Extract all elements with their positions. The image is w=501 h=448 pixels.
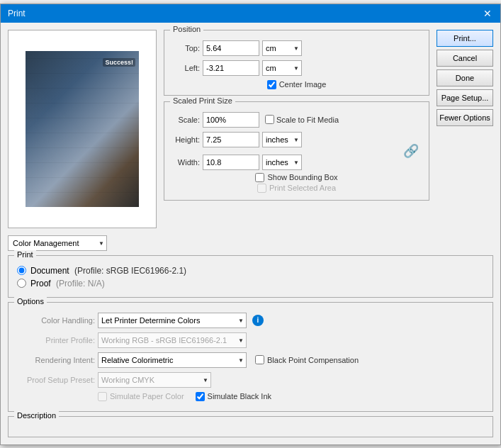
- printer-profile-wrapper: Working RGB - sRGB IEC61966-2.1: [98, 332, 247, 348]
- width-unit-wrapper: inches cm mm: [262, 155, 302, 170]
- color-handling-wrapper: Let Printer Determine Colors Photoshop M…: [98, 313, 247, 328]
- top-input[interactable]: [203, 40, 259, 56]
- center-image-checkbox[interactable]: [267, 80, 276, 89]
- left-input[interactable]: [203, 60, 259, 76]
- printer-profile-select[interactable]: Working RGB - sRGB IEC61966-2.1: [98, 332, 247, 348]
- right-panel: Print... Cancel Done Page Setup... Fewer…: [437, 30, 493, 228]
- dialog-body: Position Top: cm inches mm Left:: [1, 23, 500, 235]
- print-group: Print Document (Profile: sRGB IEC61966-2…: [8, 255, 493, 298]
- options-group: Options Color Handling: Let Printer Dete…: [8, 302, 493, 412]
- rendering-intent-label: Rendering Intent:: [17, 356, 95, 364]
- center-image-row: Center Image: [171, 80, 422, 89]
- preview-image: [26, 51, 139, 207]
- color-management-row: Color Management: [8, 235, 493, 251]
- rendering-intent-select[interactable]: Relative Colorimetric Perceptual Saturat…: [98, 352, 247, 368]
- scale-input[interactable]: [203, 112, 259, 128]
- height-row: Height: inches cm mm: [171, 132, 398, 147]
- document-radio-row: Document (Profile: sRGB IEC61966-2.1): [17, 266, 484, 276]
- scaled-print-size-title: Scaled Print Size: [170, 96, 235, 105]
- title-bar: Print ✕: [1, 4, 500, 23]
- width-unit-select[interactable]: inches cm mm: [262, 155, 302, 170]
- info-icon[interactable]: i: [252, 315, 264, 326]
- scale-to-fit-wrapper: Scale to Fit Media: [265, 115, 339, 124]
- description-group: Description: [8, 416, 493, 437]
- description-group-title: Description: [14, 411, 59, 420]
- scale-to-fit-label[interactable]: Scale to Fit Media: [276, 116, 339, 124]
- dialog-title: Print: [8, 9, 26, 18]
- scaled-print-size-group: Scaled Print Size Scale: Scale to Fit Me…: [164, 101, 429, 201]
- simulate-ink-checkbox[interactable]: [196, 392, 205, 401]
- top-unit-select[interactable]: cm inches mm: [262, 40, 302, 56]
- print-dialog: Print ✕ Position Top: cm inches: [0, 4, 501, 445]
- width-label: Width:: [171, 158, 200, 167]
- proof-setup-row: Proof Setup Preset: Working CMYK: [17, 372, 484, 388]
- scale-to-fit-checkbox[interactable]: [265, 115, 274, 124]
- proof-radio-label[interactable]: Proof (Profile: N/A): [30, 279, 105, 289]
- simulate-ink-label[interactable]: Simulate Black Ink: [208, 392, 271, 401]
- proof-setup-select[interactable]: Working CMYK: [98, 372, 211, 388]
- fewer-options-button[interactable]: Fewer Options: [437, 109, 493, 126]
- color-management-select[interactable]: Color Management: [8, 235, 107, 251]
- left-row: Left: cm inches mm: [171, 60, 422, 76]
- document-radio[interactable]: [17, 266, 26, 275]
- color-handling-label: Color Handling:: [17, 316, 95, 325]
- top-label: Top:: [171, 44, 200, 52]
- proof-setup-wrapper: Working CMYK: [98, 372, 211, 388]
- left-unit-select[interactable]: cm inches mm: [262, 60, 302, 76]
- position-group-title: Position: [170, 25, 203, 33]
- left-unit-wrapper: cm inches mm: [262, 60, 302, 76]
- show-bounding-box-label[interactable]: Show Bounding Box: [267, 173, 337, 181]
- black-point-label[interactable]: Black Point Compensation: [267, 356, 359, 364]
- left-label: Left:: [171, 64, 200, 72]
- color-handling-select[interactable]: Let Printer Determine Colors Photoshop M…: [98, 313, 247, 328]
- show-bounding-box-row: Show Bounding Box: [171, 173, 422, 182]
- page-setup-button[interactable]: Page Setup...: [437, 89, 493, 106]
- cancel-button[interactable]: Cancel: [437, 50, 493, 67]
- document-radio-label[interactable]: Document (Profile: sRGB IEC61966-2.1): [30, 266, 186, 276]
- options-group-title: Options: [14, 297, 47, 306]
- color-management-wrapper: Color Management: [8, 235, 107, 251]
- printer-profile-row: Printer Profile: Working RGB - sRGB IEC6…: [17, 332, 484, 348]
- close-button[interactable]: ✕: [482, 9, 493, 18]
- print-selected-area-checkbox[interactable]: [257, 184, 266, 193]
- height-input[interactable]: [203, 132, 259, 147]
- rendering-intent-row: Rendering Intent: Relative Colorimetric …: [17, 352, 484, 368]
- proof-radio[interactable]: [17, 279, 26, 288]
- top-row: Top: cm inches mm: [171, 40, 422, 56]
- printer-profile-label: Printer Profile:: [17, 336, 95, 345]
- print-selected-area-row: Print Selected Area: [171, 184, 422, 193]
- rendering-intent-wrapper: Relative Colorimetric Perceptual Saturat…: [98, 352, 247, 368]
- color-handling-row: Color Handling: Let Printer Determine Co…: [17, 313, 484, 328]
- middle-panel: Position Top: cm inches mm Left:: [164, 30, 429, 228]
- simulate-paper-label[interactable]: Simulate Paper Color: [110, 392, 184, 401]
- lock-icon: 🔗: [403, 132, 419, 170]
- print-button[interactable]: Print...: [437, 30, 493, 47]
- preview-box: [8, 30, 157, 228]
- height-unit-wrapper: inches cm mm: [262, 132, 302, 147]
- print-selected-area-label[interactable]: Print Selected Area: [269, 184, 336, 192]
- center-image-label[interactable]: Center Image: [279, 80, 327, 89]
- show-bounding-box-checkbox[interactable]: [255, 173, 264, 182]
- left-panel: [8, 30, 157, 228]
- simulate-row: Simulate Paper Color Simulate Black Ink: [98, 392, 484, 401]
- scale-label: Scale:: [171, 116, 200, 124]
- print-group-title: Print: [14, 250, 36, 259]
- height-label: Height:: [171, 135, 200, 144]
- black-point-checkbox[interactable]: [255, 355, 264, 364]
- done-button[interactable]: Done: [437, 69, 493, 86]
- simulate-paper-checkbox[interactable]: [98, 392, 107, 401]
- height-unit-select[interactable]: inches cm mm: [262, 132, 302, 147]
- proof-setup-label: Proof Setup Preset:: [17, 376, 95, 384]
- top-unit-wrapper: cm inches mm: [262, 40, 302, 56]
- width-row: Width: inches cm mm: [171, 155, 398, 170]
- bottom-section: Color Management Print Document (Profile…: [1, 235, 500, 444]
- proof-radio-row: Proof (Profile: N/A): [17, 279, 484, 289]
- position-group: Position Top: cm inches mm Left:: [164, 30, 429, 96]
- width-input[interactable]: [203, 155, 259, 170]
- scale-row: Scale: Scale to Fit Media: [171, 112, 422, 128]
